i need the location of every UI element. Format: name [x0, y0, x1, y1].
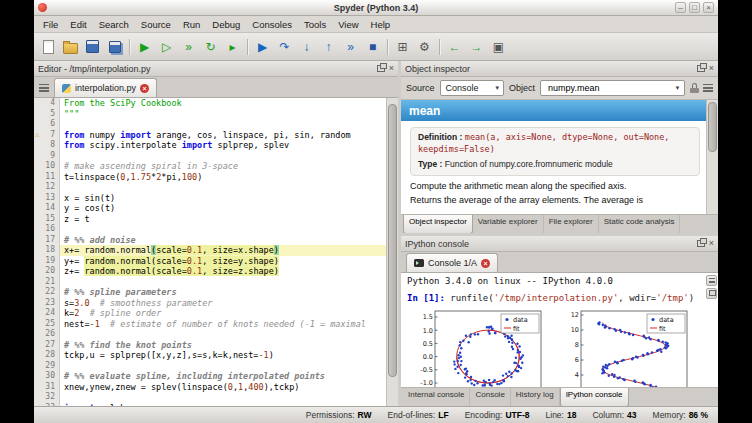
menu-search[interactable]: Search: [93, 18, 135, 31]
menu-help[interactable]: Help: [365, 18, 397, 31]
code-line[interactable]: 24k=2 # spline order: [34, 308, 386, 319]
object-combo-input[interactable]: [546, 82, 671, 94]
tab-file-explorer[interactable]: File explorer: [544, 215, 599, 233]
options-menu-icon[interactable]: [703, 84, 713, 92]
console-close-icon[interactable]: ×: [709, 239, 714, 248]
code-line[interactable]: 26: [34, 329, 386, 340]
code-line[interactable]: 10# make ascending spiral in 3-space: [34, 161, 386, 172]
toolbar-preferences-button[interactable]: ⚙: [414, 36, 435, 57]
toolbar-open-file-button[interactable]: [60, 36, 81, 57]
code-line[interactable]: 9: [34, 151, 386, 162]
object-inspector-undock-icon[interactable]: [697, 65, 705, 72]
tab-history-log[interactable]: History log: [511, 388, 560, 406]
console-tab-close-icon[interactable]: ×: [481, 259, 490, 268]
tab-interpolation-py[interactable]: interpolation.py ×: [54, 78, 157, 97]
editor-scrollbar[interactable]: [386, 98, 398, 406]
toolbar-step-return-button[interactable]: ↑: [318, 36, 339, 57]
code-line[interactable]: 20z+= random.normal(scale=0.1, size=z.sh…: [34, 266, 386, 277]
status-column: Column:43: [592, 410, 636, 420]
code-line[interactable]: 25nest=-1 # estimate of number of knots …: [34, 319, 386, 330]
object-inspector-close-icon[interactable]: ×: [709, 64, 714, 73]
toolbar-python-path-manager-button[interactable]: ⊞: [392, 36, 413, 57]
code-line[interactable]: 8from scipy.interpolate import splprep, …: [34, 140, 386, 151]
lock-icon[interactable]: [690, 83, 699, 93]
python-path-manager-icon: ⊞: [397, 41, 407, 53]
code-line[interactable]: 22# %% spline parameters: [34, 287, 386, 298]
code-line[interactable]: ⚠7from numpy import arange, cos, linspac…: [34, 130, 386, 141]
code-line[interactable]: 15z = t: [34, 214, 386, 225]
menu-debug[interactable]: Debug: [206, 18, 246, 31]
tab-close-icon[interactable]: ×: [140, 84, 149, 93]
code-editor[interactable]: 4From the SciPy Cookbook5"""6⚠7from nump…: [34, 98, 386, 406]
toolbar-new-file-button[interactable]: [38, 36, 59, 57]
toolbar-save-all-button[interactable]: [104, 36, 125, 57]
line-gutter: 32: [34, 392, 60, 403]
tab-console-1a[interactable]: Console 1/A ×: [406, 253, 498, 272]
tab-internal-console[interactable]: Internal console: [403, 388, 470, 406]
code-line[interactable]: 14y = cos(t): [34, 203, 386, 214]
toolbar-debug-continue-button[interactable]: »: [340, 36, 361, 57]
minimize-button[interactable]: –: [675, 2, 686, 13]
toolbar-rerun-cell-button[interactable]: ↻: [200, 36, 221, 57]
code-line[interactable]: 31xnew,ynew,znew = splev(linspace(0,1,40…: [34, 382, 386, 393]
code-line[interactable]: 30# %% evaluate spline, including interp…: [34, 371, 386, 382]
console-options-button[interactable]: [706, 275, 717, 286]
code-line[interactable]: 11t=linspace(0,1.75*2*pi,100): [34, 172, 386, 183]
object-inspector-scrollbar[interactable]: [706, 100, 718, 214]
editor-undock-icon[interactable]: [377, 65, 385, 72]
code-line[interactable]: 18x+= random.normal(scale=0.1, size=x.sh…: [34, 245, 386, 256]
editor-close-icon[interactable]: ×: [389, 64, 394, 73]
toolbar-step-into-button[interactable]: ↓: [296, 36, 317, 57]
console-content[interactable]: Python 3.4.0 on linux -- IPython 4.0.0 I…: [401, 273, 718, 388]
code-line[interactable]: 27# %% find the knot points: [34, 340, 386, 351]
file-switcher-button[interactable]: [36, 80, 52, 96]
code-line[interactable]: 23s=3.0 # smoothness parameter: [34, 298, 386, 309]
status-line: Line:18: [546, 410, 577, 420]
object-combo[interactable]: ▼: [540, 80, 684, 96]
code-line[interactable]: 13x = sin(t): [34, 193, 386, 204]
toolbar-run-selection-button[interactable]: ▸: [222, 36, 243, 57]
menu-run[interactable]: Run: [177, 18, 206, 31]
toolbar-maximize-pane-button[interactable]: ▣: [488, 36, 509, 57]
toolbar-run-cell-button[interactable]: ▷: [156, 36, 177, 57]
code-line[interactable]: 28tckp,u = splprep([x,y,z],s=s,k=k,nest=…: [34, 350, 386, 361]
code-line[interactable]: 6: [34, 119, 386, 130]
console-undock-icon[interactable]: [697, 240, 705, 247]
code-line[interactable]: 21: [34, 277, 386, 288]
menu-edit[interactable]: Edit: [64, 18, 92, 31]
toolbar-navigate-back-button[interactable]: ←: [444, 36, 465, 57]
toolbar-run-file-button[interactable]: ▶: [134, 36, 155, 57]
toolbar-debug-file-button[interactable]: ▶: [252, 36, 273, 57]
code-line[interactable]: 16: [34, 224, 386, 235]
object-inspector-scrollbar-thumb[interactable]: [708, 102, 717, 152]
status-end-of-lines-label: End-of-lines:: [388, 410, 436, 420]
code-line[interactable]: 5""": [34, 109, 386, 120]
code-line[interactable]: 17# %% add noise: [34, 235, 386, 246]
code-line[interactable]: 4From the SciPy Cookbook: [34, 98, 386, 109]
tab-console[interactable]: Console: [470, 388, 510, 406]
toolbar-navigate-forward-button[interactable]: →: [466, 36, 487, 57]
code-line[interactable]: 32: [34, 392, 386, 403]
tab-static-code-analysis[interactable]: Static code analysis: [599, 215, 681, 233]
editor-scrollbar-thumb[interactable]: [388, 104, 397, 377]
tab-object-inspector[interactable]: Object inspector: [403, 215, 473, 234]
toolbar-run-cell-advance-button[interactable]: »: [178, 36, 199, 57]
toolbar-stop-debug-button[interactable]: ■: [362, 36, 383, 57]
code-line[interactable]: 29: [34, 361, 386, 372]
source-select[interactable]: Console ▼: [440, 80, 505, 96]
tab-ipython-console[interactable]: IPython console: [560, 388, 629, 407]
open-file-icon: [63, 43, 78, 54]
menu-source[interactable]: Source: [135, 18, 177, 31]
maximize-button[interactable]: □: [689, 2, 700, 13]
code-line[interactable]: 12: [34, 182, 386, 193]
toolbar-save-file-button[interactable]: [82, 36, 103, 57]
close-button[interactable]: ×: [703, 2, 714, 13]
tab-variable-explorer[interactable]: Variable explorer: [473, 215, 544, 233]
menu-consoles[interactable]: Consoles: [246, 18, 298, 31]
menu-file[interactable]: File: [37, 18, 64, 31]
code-line[interactable]: 19y+= random.normal(scale=0.1, size=y.sh…: [34, 256, 386, 267]
toolbar-step-over-button[interactable]: ↷: [274, 36, 295, 57]
console-float-button[interactable]: [706, 288, 717, 299]
menu-view[interactable]: View: [332, 18, 364, 31]
menu-tools[interactable]: Tools: [298, 18, 332, 31]
